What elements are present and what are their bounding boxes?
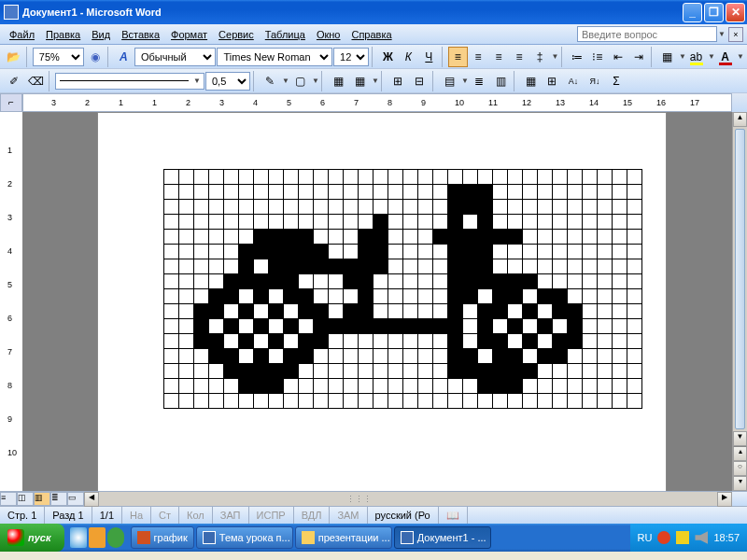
print-view-button[interactable]: ▥ (34, 492, 50, 506)
line-style-select[interactable]: ▼ (55, 73, 204, 90)
maximize-button[interactable]: ❐ (704, 3, 724, 22)
taskbar-item[interactable]: Тема урока п... (196, 526, 293, 549)
line-weight-select[interactable]: 0,5 (205, 72, 250, 91)
draw-select-button[interactable]: ✐ (4, 71, 24, 91)
menu-table[interactable]: Таблица (260, 27, 311, 42)
taskbar-item[interactable]: презентации ... (295, 526, 392, 549)
menu-window[interactable]: Окно (311, 27, 346, 42)
tray-volume-icon[interactable] (695, 531, 708, 544)
align-left-button[interactable]: ≡ (448, 47, 468, 67)
close-help-button[interactable]: × (728, 27, 743, 42)
page-viewport[interactable] (22, 112, 732, 491)
ql-media-icon[interactable] (107, 527, 124, 548)
web-view-button[interactable]: ◫ (17, 492, 34, 506)
pen-color-button[interactable]: ✎ (260, 71, 280, 91)
sort-asc-button[interactable]: А↓ (563, 71, 584, 91)
horizontal-scrollbar-row: ≡ ◫ ▥ ≣ ▭ ◀ ⋮⋮⋮ ▶ (0, 491, 747, 506)
font-select[interactable]: Times New Roman (217, 48, 332, 66)
ql-app-icon[interactable] (89, 527, 106, 548)
outline-view-button[interactable]: ≣ (50, 492, 67, 506)
show-gridlines-button[interactable]: ⊞ (542, 71, 562, 91)
align-center-button[interactable]: ≡ (469, 47, 488, 67)
font-size-select[interactable]: 12 (333, 48, 369, 66)
autosum-button[interactable]: Σ (606, 71, 627, 91)
align-cell-button[interactable]: ▤ (439, 71, 459, 91)
menu-insert[interactable]: Вставка (116, 27, 165, 42)
italic-button[interactable]: К (399, 47, 418, 67)
line-spacing-button[interactable]: ‡ (530, 47, 550, 67)
open-button[interactable]: 📂 (4, 47, 23, 67)
taskbar-item[interactable]: график (131, 526, 194, 549)
taskbar-item[interactable]: Документ1 - ... (394, 526, 491, 549)
outdent-button[interactable]: ⇤ (608, 47, 627, 67)
spell-check-icon[interactable]: 📖 (439, 507, 468, 524)
tray-icon-1[interactable] (657, 531, 670, 544)
document-area: 12345678910 ▲ ▼ ▴ ○ ▾ (0, 112, 747, 491)
style-a-button[interactable]: A (114, 47, 134, 67)
distribute-rows-button[interactable]: ≣ (469, 71, 489, 91)
tray-clock[interactable]: 18:57 (713, 532, 740, 543)
help-dropdown-icon[interactable]: ▼ (717, 30, 725, 38)
zoom-select[interactable]: 75% (33, 48, 84, 66)
reading-view-button[interactable]: ▭ (67, 492, 84, 506)
ruler-corner[interactable]: ⌐ (0, 93, 22, 112)
split-handle-icon[interactable]: ⋮⋮⋮ (346, 495, 372, 504)
minimize-button[interactable]: _ (683, 3, 702, 22)
scroll-down-button[interactable]: ▼ (733, 431, 747, 446)
font-color-button[interactable]: A (715, 47, 735, 67)
align-right-button[interactable]: ≡ (489, 47, 509, 67)
menu-view[interactable]: Вид (86, 27, 116, 42)
view-buttons: ≡ ◫ ▥ ≣ ▭ (0, 492, 84, 506)
browse-object-button[interactable]: ○ (733, 461, 747, 476)
help-button[interactable]: ◉ (85, 47, 105, 67)
app-icon (4, 5, 19, 20)
horizontal-ruler-row: ⌐ 3211234567891011121314151617 (0, 93, 747, 112)
insert-grid-button[interactable]: ▦ (349, 71, 370, 91)
borders-button[interactable]: ▦ (657, 47, 677, 67)
close-button[interactable]: ✕ (726, 3, 745, 22)
menu-tools[interactable]: Сервис (213, 27, 260, 42)
underline-button[interactable]: Ч (419, 47, 439, 67)
next-page-button[interactable]: ▾ (733, 476, 747, 491)
menu-edit[interactable]: Правка (40, 27, 86, 42)
style-select[interactable]: Обычный (134, 48, 217, 66)
merge-cells-button[interactable]: ⊞ (388, 71, 408, 91)
distribute-cols-button[interactable]: ▥ (490, 71, 511, 91)
tray-lang[interactable]: RU (638, 532, 653, 543)
border-color-button[interactable]: ▢ (289, 71, 310, 91)
horizontal-ruler[interactable]: 3211234567891011121314151617 (22, 93, 732, 112)
menu-bar: Файл Правка Вид Вставка Формат Сервис Та… (0, 24, 747, 45)
status-bar: Стр. 1 Разд 1 1/1 На Ст Кол ЗАП ИСПР ВДЛ… (0, 506, 747, 524)
menu-file[interactable]: Файл (4, 27, 40, 42)
scroll-thumb[interactable] (735, 129, 745, 429)
window-title: Документ1 - Microsoft Word (22, 7, 683, 18)
help-search-input[interactable] (577, 26, 717, 42)
page[interactable] (97, 112, 667, 491)
normal-view-button[interactable]: ≡ (0, 492, 17, 506)
prev-page-button[interactable]: ▴ (733, 446, 747, 461)
scroll-left-button[interactable]: ◀ (84, 492, 99, 507)
sort-desc-button[interactable]: Я↓ (585, 71, 605, 91)
autoformat-button[interactable]: ▦ (520, 71, 541, 91)
bold-button[interactable]: Ж (378, 47, 398, 67)
ql-desktop-icon[interactable] (70, 527, 87, 548)
scroll-right-button[interactable]: ▶ (717, 492, 732, 507)
draw-eraser-button[interactable]: ⌫ (25, 71, 46, 91)
pixel-art-table (163, 169, 642, 409)
numbering-button[interactable]: ≔ (567, 47, 586, 67)
scroll-up-button[interactable]: ▲ (733, 112, 747, 127)
indent-button[interactable]: ⇥ (628, 47, 648, 67)
menu-format[interactable]: Формат (165, 27, 213, 42)
split-cells-button[interactable]: ⊟ (409, 71, 430, 91)
vertical-ruler[interactable]: 12345678910 (0, 112, 22, 491)
menu-help[interactable]: Справка (345, 27, 397, 42)
hscroll-track[interactable]: ⋮⋮⋮ (99, 492, 717, 506)
taskbar: пуск графикТема урока п...презентации ..… (0, 524, 747, 552)
start-button[interactable]: пуск (0, 524, 64, 552)
highlight-button[interactable]: ab (686, 47, 706, 67)
tray-icon-2[interactable] (676, 531, 689, 544)
vertical-scrollbar[interactable]: ▲ ▼ ▴ ○ ▾ (732, 112, 747, 491)
insert-table-button[interactable]: ▦ (328, 71, 348, 91)
align-justify-button[interactable]: ≡ (510, 47, 529, 67)
bullets-button[interactable]: ⁝≡ (587, 47, 607, 67)
